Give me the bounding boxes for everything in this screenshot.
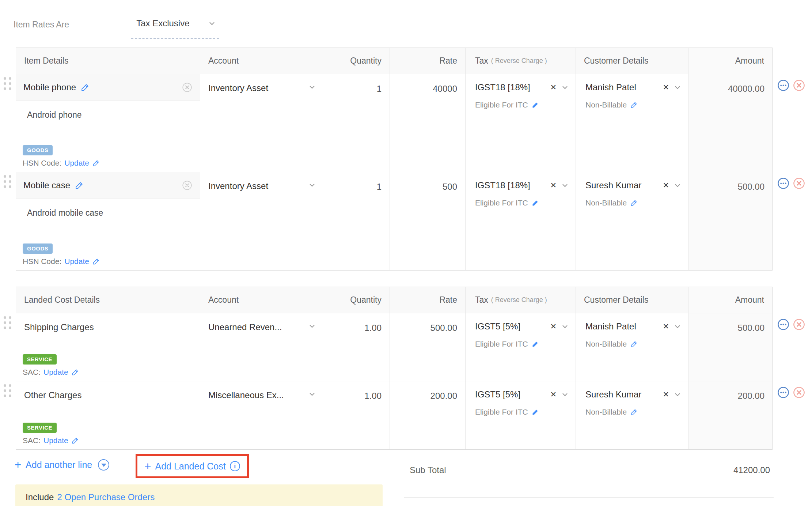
rate-input[interactable]: 500.00 — [390, 313, 466, 381]
clear-item-icon[interactable] — [182, 180, 193, 191]
tax-select[interactable]: IGST5 [5%] ✕ — [475, 321, 569, 332]
quantity-input[interactable]: 1 — [323, 172, 390, 270]
open-purchase-orders-link[interactable]: 2 Open Purchase Orders — [57, 492, 155, 502]
landed-cost-name[interactable]: Other Charges — [16, 381, 200, 400]
account-select[interactable]: Miscellaneous Ex... — [200, 381, 323, 449]
landed-cost-name[interactable]: Shipping Charges — [16, 313, 200, 332]
tax-mode-select[interactable]: Tax Exclusive — [131, 18, 219, 39]
customer-value: Manish Patel — [585, 321, 663, 332]
row-delete-icon[interactable] — [793, 386, 805, 399]
add-another-line-button[interactable]: + Add another line — [15, 459, 109, 471]
edit-itc-icon[interactable] — [531, 199, 539, 207]
itc-label: Eligible For ITC — [475, 101, 528, 109]
row-delete-icon[interactable] — [793, 79, 805, 91]
plus-icon: + — [144, 461, 151, 472]
account-value: Unearned Reven... — [208, 322, 282, 332]
header-tax: Tax ( Reverse Charge ) — [466, 287, 576, 313]
edit-billable-icon[interactable] — [630, 199, 638, 207]
account-select[interactable]: Inventory Asset — [200, 172, 323, 270]
edit-itc-icon[interactable] — [531, 408, 539, 416]
clear-customer-icon[interactable]: ✕ — [663, 390, 669, 399]
itc-label: Eligible For ITC — [475, 340, 528, 348]
clear-customer-icon[interactable]: ✕ — [663, 83, 669, 92]
account-value: Inventory Asset — [208, 181, 268, 191]
add-landed-cost-button[interactable]: + Add Landed Cost i — [136, 454, 249, 478]
customer-select[interactable]: Suresh Kumar ✕ — [585, 389, 682, 400]
add-landed-cost-label: Add Landed Cost — [155, 461, 225, 472]
edit-billable-icon[interactable] — [630, 408, 638, 416]
customer-select[interactable]: Manish Patel ✕ — [585, 321, 682, 332]
tax-select[interactable]: IGST5 [5%] ✕ — [475, 389, 569, 400]
amount-value: 200.00 — [688, 381, 772, 449]
account-select[interactable]: Unearned Reven... — [200, 313, 323, 381]
code-update-link[interactable]: Update — [64, 159, 89, 167]
info-icon[interactable]: i — [230, 461, 240, 471]
landed-details-cell: Other Charges SERVICE SAC: Update — [16, 381, 200, 449]
code-update-link[interactable]: Update — [43, 436, 68, 445]
tax-select[interactable]: IGST18 [18%] ✕ — [475, 82, 569, 92]
rate-input[interactable]: 40000 — [390, 74, 466, 172]
item-name-bar[interactable]: Mobile case — [16, 172, 200, 199]
edit-itc-icon[interactable] — [531, 340, 539, 348]
item-name: Mobile phone — [23, 82, 76, 92]
clear-tax-icon[interactable]: ✕ — [550, 390, 557, 399]
amount-value: 500.00 — [688, 313, 772, 381]
quantity-input[interactable]: 1.00 — [323, 381, 390, 449]
clear-item-icon[interactable] — [182, 82, 193, 93]
item-meta: GOODS HSN Code: Update — [16, 145, 200, 172]
edit-itc-icon[interactable] — [531, 101, 539, 109]
item-description[interactable]: Android phone — [27, 110, 200, 120]
customer-select[interactable]: Manish Patel ✕ — [585, 82, 682, 92]
item-name-bar[interactable]: Mobile phone — [16, 74, 200, 101]
drag-handle-icon[interactable] — [4, 175, 11, 188]
clear-tax-icon[interactable]: ✕ — [550, 181, 557, 190]
customer-value: Suresh Kumar — [585, 180, 663, 190]
clear-tax-icon[interactable]: ✕ — [550, 322, 557, 331]
header-item-details: Item Details — [16, 48, 200, 74]
edit-code-icon[interactable] — [92, 257, 100, 265]
goods-badge: GOODS — [23, 243, 53, 254]
items-table-header: Item Details Account Quantity Rate Tax (… — [16, 48, 772, 74]
row-delete-icon[interactable] — [793, 318, 805, 331]
drag-handle-icon[interactable] — [4, 316, 11, 329]
row-more-icon[interactable] — [777, 177, 789, 189]
service-badge: SERVICE — [23, 423, 57, 433]
drag-handle-icon[interactable] — [4, 384, 11, 397]
edit-item-icon[interactable] — [75, 181, 84, 190]
edit-item-icon[interactable] — [80, 83, 90, 92]
code-update-link[interactable]: Update — [43, 368, 68, 377]
chevron-down-icon — [561, 181, 569, 189]
chevron-down-icon — [673, 390, 682, 399]
row-delete-icon[interactable] — [793, 177, 805, 189]
account-select[interactable]: Inventory Asset — [200, 74, 323, 172]
customer-select[interactable]: Suresh Kumar ✕ — [585, 180, 682, 190]
edit-code-icon[interactable] — [71, 368, 79, 376]
edit-billable-icon[interactable] — [630, 101, 638, 109]
item-rates-control: Item Rates Are Tax Exclusive — [14, 18, 219, 39]
clear-customer-icon[interactable]: ✕ — [663, 322, 669, 331]
tax-select[interactable]: IGST18 [18%] ✕ — [475, 180, 569, 190]
clear-tax-icon[interactable]: ✕ — [550, 83, 557, 92]
edit-code-icon[interactable] — [92, 159, 100, 167]
billable-label: Non-Billable — [585, 408, 627, 416]
row-more-icon[interactable] — [777, 79, 789, 91]
rate-input[interactable]: 500 — [390, 172, 466, 270]
quantity-input[interactable]: 1 — [323, 74, 390, 172]
clear-customer-icon[interactable]: ✕ — [663, 181, 669, 190]
edit-code-icon[interactable] — [71, 437, 79, 445]
row-more-icon[interactable] — [777, 318, 789, 331]
item-description[interactable]: Android mobile case — [27, 208, 200, 218]
row-more-icon[interactable] — [777, 386, 789, 399]
edit-billable-icon[interactable] — [630, 340, 638, 348]
item-meta: SERVICE SAC: Update — [16, 354, 200, 381]
item-rates-label: Item Rates Are — [14, 18, 69, 30]
tax-value: IGST5 [5%] — [475, 321, 550, 332]
rate-input[interactable]: 200.00 — [390, 381, 466, 449]
customer-cell: Manish Patel ✕ Non-Billable — [576, 313, 688, 381]
header-customer: Customer Details — [576, 287, 688, 313]
drag-handle-icon[interactable] — [4, 77, 11, 90]
quantity-input[interactable]: 1.00 — [323, 313, 390, 381]
billable-label: Non-Billable — [585, 199, 627, 207]
add-line-dropdown-icon[interactable] — [98, 459, 109, 471]
code-update-link[interactable]: Update — [64, 257, 89, 266]
